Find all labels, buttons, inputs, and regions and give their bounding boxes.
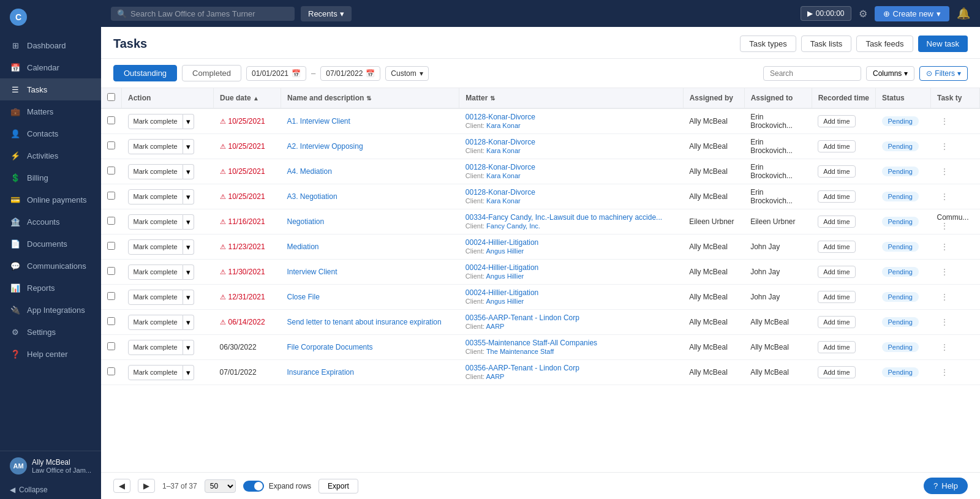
- table-search-input[interactable]: [763, 66, 861, 81]
- mark-complete-button[interactable]: Mark complete: [128, 340, 183, 355]
- task-feeds-button[interactable]: Task feeds: [856, 36, 913, 52]
- client-link-11[interactable]: AARP: [486, 373, 504, 380]
- search-input[interactable]: [130, 9, 288, 18]
- sidebar-item-communications[interactable]: 💬 Communications: [0, 255, 101, 277]
- task-lists-button[interactable]: Task lists: [801, 36, 852, 52]
- add-time-button-1[interactable]: Add time: [818, 115, 855, 127]
- collapse-button[interactable]: ◀ Collapse: [0, 481, 101, 499]
- sidebar-item-tasks[interactable]: ☰ Tasks: [0, 78, 101, 100]
- row-checkbox-1[interactable]: [107, 116, 115, 124]
- mark-complete-button[interactable]: Mark complete: [128, 290, 183, 305]
- mark-complete-dropdown[interactable]: ▾: [183, 114, 194, 129]
- notification-icon[interactable]: 🔔: [957, 7, 970, 20]
- mark-complete-dropdown[interactable]: ▾: [183, 214, 194, 230]
- task-link-7[interactable]: Interview Client: [287, 268, 337, 276]
- row-more-button-11[interactable]: ⋮: [937, 367, 952, 378]
- add-time-button-5[interactable]: Add time: [818, 216, 855, 228]
- matter-link-9[interactable]: 00356-AARP-Tenant - Lindon Corp: [466, 313, 579, 322]
- search-box[interactable]: 🔍: [111, 7, 295, 21]
- completed-tab[interactable]: Completed: [182, 65, 241, 81]
- matter-link-10[interactable]: 00355-Maintenance Staff-All Companies: [466, 339, 597, 347]
- row-checkbox-4[interactable]: [107, 192, 115, 200]
- matter-link-1[interactable]: 00128-Konar-Divorce: [466, 113, 535, 121]
- row-more-button-5[interactable]: ⋮: [937, 220, 952, 231]
- sidebar-item-contacts[interactable]: 👤 Contacts: [0, 122, 101, 144]
- sidebar-item-online_payments[interactable]: 💳 Online payments: [0, 189, 101, 211]
- task-link-1[interactable]: A1. Interview Client: [287, 117, 350, 126]
- mark-complete-dropdown[interactable]: ▾: [183, 265, 194, 280]
- sidebar-item-accounts[interactable]: 🏦 Accounts: [0, 211, 101, 233]
- next-page-button[interactable]: ▶: [138, 479, 155, 493]
- task-link-3[interactable]: A4. Mediation: [287, 167, 332, 176]
- add-time-button-4[interactable]: Add time: [818, 190, 855, 203]
- row-more-button-6[interactable]: ⋮: [937, 241, 952, 252]
- client-link-8[interactable]: Angus Hillier: [486, 298, 524, 305]
- matter-link-7[interactable]: 00024-Hillier-Litigation: [466, 263, 538, 272]
- mark-complete-button[interactable]: Mark complete: [128, 315, 183, 330]
- columns-button[interactable]: Columns ▾: [866, 66, 914, 81]
- row-more-button-2[interactable]: ⋮: [937, 141, 952, 152]
- task-link-5[interactable]: Negotiation: [287, 217, 325, 226]
- export-button[interactable]: Export: [318, 479, 358, 493]
- mark-complete-dropdown[interactable]: ▾: [183, 239, 194, 255]
- client-link-1[interactable]: Kara Konar: [486, 122, 521, 129]
- add-time-button-6[interactable]: Add time: [818, 241, 855, 253]
- mark-complete-dropdown[interactable]: ▾: [183, 340, 194, 355]
- due-date-header[interactable]: Due date ▲: [214, 88, 281, 108]
- row-checkbox-8[interactable]: [107, 292, 115, 300]
- mark-complete-dropdown[interactable]: ▾: [183, 365, 194, 380]
- matter-link-5[interactable]: 00334-Fancy Candy, Inc.-Lawsuit due to m…: [466, 213, 662, 222]
- mark-complete-button[interactable]: Mark complete: [128, 114, 183, 129]
- matter-link-2[interactable]: 00128-Konar-Divorce: [466, 138, 535, 146]
- filters-button[interactable]: ⊙ Filters ▾: [919, 66, 968, 81]
- task-types-button[interactable]: Task types: [740, 36, 796, 52]
- sidebar-item-matters[interactable]: 💼 Matters: [0, 100, 101, 122]
- row-more-button-10[interactable]: ⋮: [937, 342, 952, 353]
- mark-complete-button[interactable]: Mark complete: [128, 164, 183, 179]
- matter-link-11[interactable]: 00356-AARP-Tenant - Lindon Corp: [466, 364, 579, 372]
- row-checkbox-6[interactable]: [107, 242, 115, 250]
- row-checkbox-7[interactable]: [107, 267, 115, 275]
- mark-complete-dropdown[interactable]: ▾: [183, 139, 194, 154]
- timer-button[interactable]: ▶ 00:00:00: [801, 6, 851, 21]
- recents-button[interactable]: Recents ▾: [301, 6, 352, 21]
- new-task-button[interactable]: New task: [918, 36, 968, 52]
- add-time-button-2[interactable]: Add time: [818, 140, 855, 152]
- add-time-button-10[interactable]: Add time: [818, 341, 855, 353]
- row-checkbox-9[interactable]: [107, 317, 115, 325]
- matter-link-3[interactable]: 00128-Konar-Divorce: [466, 163, 535, 171]
- help-button[interactable]: ? Help: [924, 478, 968, 494]
- mark-complete-dropdown[interactable]: ▾: [183, 290, 194, 305]
- prev-page-button[interactable]: ◀: [113, 479, 130, 493]
- client-link-2[interactable]: Kara Konar: [486, 147, 521, 154]
- row-more-button-1[interactable]: ⋮: [937, 116, 952, 127]
- per-page-select[interactable]: 50 25 100: [205, 479, 236, 493]
- expand-toggle-switch[interactable]: [243, 481, 264, 492]
- task-link-9[interactable]: Send letter to tenant about insurance ex…: [287, 318, 442, 326]
- mark-complete-dropdown[interactable]: ▾: [183, 315, 194, 330]
- row-checkbox-2[interactable]: [107, 141, 115, 149]
- row-more-button-9[interactable]: ⋮: [937, 317, 952, 328]
- gear-icon[interactable]: ⚙: [859, 8, 867, 20]
- task-link-6[interactable]: Mediation: [287, 242, 319, 251]
- row-more-button-7[interactable]: ⋮: [937, 266, 952, 277]
- client-link-3[interactable]: Kara Konar: [486, 172, 521, 179]
- mark-complete-button[interactable]: Mark complete: [128, 214, 183, 230]
- select-all-checkbox[interactable]: [107, 93, 115, 101]
- row-checkbox-5[interactable]: [107, 217, 115, 225]
- client-link-9[interactable]: AARP: [486, 323, 504, 330]
- add-time-button-9[interactable]: Add time: [818, 316, 855, 328]
- name-header[interactable]: Name and description ⇅: [281, 88, 459, 108]
- mark-complete-dropdown[interactable]: ▾: [183, 164, 194, 179]
- task-link-11[interactable]: Insurance Expiration: [287, 368, 354, 377]
- task-link-10[interactable]: File Corporate Documents: [287, 343, 373, 351]
- matter-link-6[interactable]: 00024-Hillier-Litigation: [466, 238, 538, 247]
- select-all-header[interactable]: [101, 88, 122, 108]
- client-link-5[interactable]: Fancy Candy, Inc.: [486, 222, 540, 230]
- task-link-8[interactable]: Close File: [287, 293, 320, 301]
- client-link-6[interactable]: Angus Hillier: [486, 247, 524, 255]
- mark-complete-button[interactable]: Mark complete: [128, 139, 183, 154]
- sidebar-item-settings[interactable]: ⚙ Settings: [0, 321, 101, 343]
- mark-complete-button[interactable]: Mark complete: [128, 265, 183, 280]
- sidebar-item-app_integrations[interactable]: 🔌 App Integrations: [0, 299, 101, 321]
